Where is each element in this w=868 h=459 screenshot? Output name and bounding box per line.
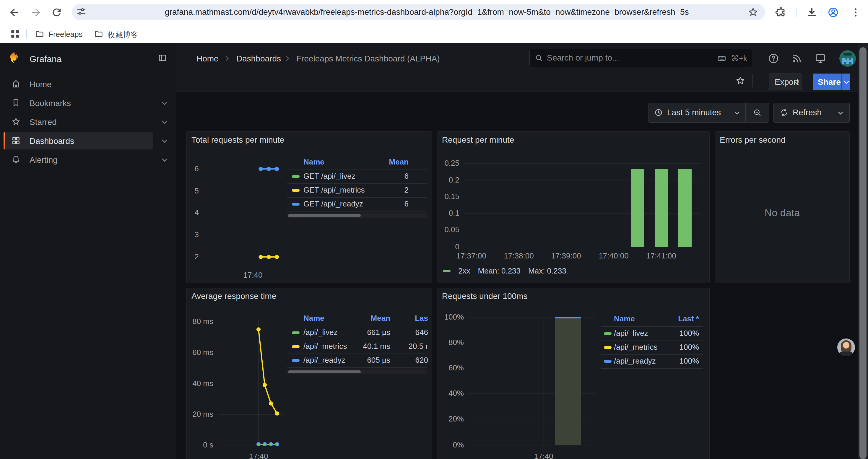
separator — [287, 326, 427, 326]
star-icon — [11, 117, 21, 126]
refresh-controls: Refresh — [773, 103, 850, 123]
assistant-avatar[interactable] — [837, 338, 855, 356]
apps-grid-icon[interactable] — [10, 29, 20, 39]
y-tick-label: 0 — [437, 242, 459, 251]
legend-header-2[interactable]: Las — [363, 314, 428, 323]
bar-fill — [555, 319, 581, 445]
dashboards-grid-icon — [11, 136, 21, 145]
bookmark-label: 收藏博客 — [107, 30, 138, 40]
bookmark-folder-freeleaps[interactable]: Freeleaps — [35, 25, 88, 43]
extensions-icon[interactable] — [775, 6, 787, 18]
legend-header-1[interactable]: Mean — [344, 157, 409, 167]
chevron-down-icon — [794, 79, 800, 86]
page-scrollbar-thumb[interactable] — [860, 47, 867, 459]
panel-requests-under-100ms: Requests under 100ms 100%80%60%40%20%0%1… — [437, 288, 710, 459]
search-input[interactable]: Search or jump to... ⌘+k — [529, 49, 752, 67]
separator — [601, 368, 703, 369]
folder-icon — [35, 29, 44, 39]
legend-value: 20.5 r — [363, 342, 428, 351]
chevron-down-icon[interactable] — [161, 156, 168, 163]
help-icon[interactable] — [768, 53, 779, 64]
chevron-down-icon[interactable] — [161, 119, 168, 126]
legend-value: 100% — [634, 342, 699, 352]
panel-title[interactable]: Errors per second — [720, 135, 785, 145]
legend-header-name[interactable]: Name — [303, 157, 324, 167]
reload-icon[interactable] — [51, 6, 63, 18]
url-bar[interactable]: grafana.mathmast.com/d/deytv4rwavabkb/fr… — [72, 4, 765, 21]
chevron-down-icon[interactable] — [161, 137, 168, 144]
share-menu-button[interactable] — [841, 73, 850, 90]
time-range-picker[interactable]: Last 5 minutes — [649, 103, 745, 122]
panel-total-requests-per-minute: Total requests per minute 6543217:40Name… — [186, 131, 432, 283]
legend-swatch — [292, 359, 300, 362]
profile-icon[interactable] — [827, 6, 839, 18]
gridline — [468, 445, 595, 446]
bar — [678, 169, 692, 247]
collapse-sidebar-icon[interactable] — [158, 53, 167, 63]
home-icon — [11, 79, 21, 89]
separator — [287, 354, 427, 354]
legend-scrollbar-thumb[interactable] — [288, 370, 361, 373]
url-text[interactable]: grafana.mathmast.com/d/deytv4rwavabkb/fr… — [165, 8, 689, 17]
separator — [287, 197, 427, 198]
y-tick-label: 0.15 — [437, 192, 459, 201]
legend-swatch — [604, 346, 612, 349]
sidebar-item-starred[interactable]: Starred — [0, 112, 176, 131]
share-button[interactable]: Share — [813, 73, 841, 90]
legend-stat: Max: 0.233 — [528, 266, 566, 275]
sidebar-item-bookmarks[interactable]: Bookmarks — [0, 94, 176, 112]
active-indicator — [4, 132, 5, 150]
y-tick-label: 0.05 — [437, 225, 459, 234]
back-icon[interactable] — [8, 6, 20, 18]
sidebar-item-home[interactable]: Home — [0, 75, 176, 94]
data-point — [259, 255, 263, 259]
clock-icon — [654, 108, 663, 117]
refresh-button[interactable]: Refresh — [774, 103, 832, 122]
data-point — [275, 167, 279, 171]
user-avatar[interactable] — [839, 50, 856, 67]
browser-toolbar: grafana.mathmast.com/d/deytv4rwavabkb/fr… — [0, 0, 868, 25]
legend-value: 2 — [344, 186, 409, 195]
news-rss-icon[interactable] — [791, 53, 803, 64]
download-icon[interactable] — [806, 6, 818, 18]
y-tick-label: 5 — [187, 186, 199, 196]
data-point — [257, 443, 260, 446]
sidebar-item-dashboards[interactable]: Dashboards — [0, 131, 176, 150]
separator — [287, 184, 427, 184]
legend-scrollbar-thumb[interactable] — [288, 214, 361, 217]
legend-header-1[interactable]: Last * — [634, 314, 699, 323]
data-point — [267, 167, 271, 171]
legend-series-name[interactable]: 2xx — [458, 266, 470, 275]
breadcrumb-home[interactable]: Home — [196, 54, 219, 64]
refresh-interval-button[interactable] — [832, 103, 849, 122]
zoom-out-button[interactable] — [746, 103, 769, 122]
grafana-logo[interactable] — [8, 52, 20, 64]
legend-swatch — [292, 331, 300, 334]
monitor-kiosk-icon[interactable] — [814, 53, 826, 64]
legend-header-name[interactable]: Name — [303, 314, 324, 323]
sidebar-item-alerting[interactable]: Alerting — [0, 150, 176, 169]
legend-header-name[interactable]: Name — [614, 314, 635, 323]
separator — [287, 367, 427, 368]
search-placeholder: Search or jump to... — [547, 53, 619, 63]
y-tick-label: 60% — [437, 363, 464, 372]
gridline — [464, 163, 700, 164]
breadcrumb-dashboards[interactable]: Dashboards — [236, 54, 281, 64]
data-point — [276, 443, 278, 446]
y-tick-label: 100% — [437, 313, 464, 322]
site-settings-icon[interactable] — [76, 6, 87, 17]
legend-value: 646 — [363, 328, 428, 337]
refresh-icon — [780, 108, 788, 117]
favorite-star-icon[interactable] — [735, 76, 745, 86]
separator — [287, 340, 427, 340]
forward-icon[interactable] — [30, 6, 42, 18]
bookmark-star-icon[interactable] — [748, 7, 758, 18]
chevron-down-icon — [843, 79, 850, 85]
bar-top-line — [555, 317, 581, 319]
brand-name[interactable]: Grafana — [30, 54, 61, 64]
bookmark-folder-blogs[interactable]: 收藏博客 — [94, 25, 150, 43]
panel-request-per-minute: Request per minute 0.250.20.150.10.05017… — [437, 131, 710, 283]
export-button[interactable]: Export — [769, 73, 802, 90]
menu-kebab-icon[interactable] — [850, 6, 862, 18]
chevron-down-icon[interactable] — [161, 100, 168, 107]
